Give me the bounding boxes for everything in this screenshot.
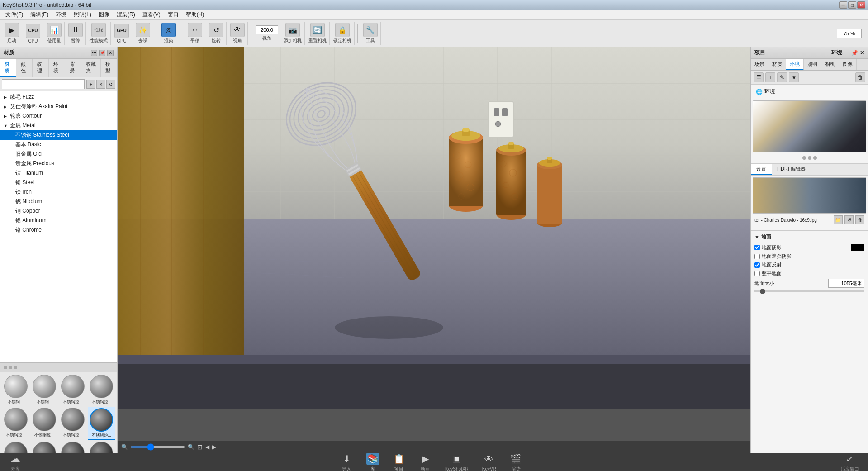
tab-material[interactable]: 材质 — [0, 59, 16, 77]
tab-image[interactable]: 图像 — [839, 59, 857, 70]
tools-button[interactable]: 🔧 — [363, 23, 378, 37]
settings-tab-hdri[interactable]: HDRI 编辑器 — [772, 164, 811, 175]
zoom-fit-icon[interactable]: ⊡ — [197, 443, 203, 451]
tree-item-fuzz[interactable]: ▶ 绒毛 Fuzz — [0, 92, 117, 102]
search-refresh-button[interactable]: ↺ — [106, 80, 115, 89]
mat-thumb-10[interactable]: 不锈钢圆... — [30, 441, 58, 453]
menu-file[interactable]: 文件(F) — [2, 10, 27, 19]
pause-button[interactable]: ⏸ — [68, 23, 83, 37]
tree-item-titanium[interactable]: 钛 Titanium — [0, 168, 117, 178]
env-browse-button[interactable]: 📁 — [834, 215, 843, 224]
close-button[interactable]: ✕ — [857, 1, 865, 9]
tab-background[interactable]: 背景 — [65, 59, 81, 77]
menu-edit[interactable]: 编辑(E) — [27, 10, 52, 19]
shadow-color-swatch[interactable] — [851, 244, 864, 251]
viewport[interactable]: 每秒帧数： 68.6 时间： 2m 4s 采样值： 544 三角形： 264,8… — [118, 47, 750, 453]
mat-thumb-12[interactable]: 不锈钢圆... — [88, 441, 115, 453]
zoom-nav-next[interactable]: ▶ — [212, 444, 216, 450]
right-panel-close-button[interactable]: ✕ — [860, 50, 864, 56]
tab-camera[interactable]: 相机 — [821, 59, 839, 70]
menu-env[interactable]: 环境 — [52, 10, 70, 19]
mat-thumb-3[interactable]: 不锈钢拉... — [59, 374, 87, 406]
tree-item-niobium[interactable]: 铌 Niobium — [0, 197, 117, 206]
tab-texture[interactable]: 纹理 — [33, 59, 49, 77]
tree-item-metal[interactable]: ▼ 金属 Metal — [0, 121, 117, 130]
ground-collapse-icon[interactable]: ▼ — [754, 234, 759, 240]
add-camera-button[interactable]: 📷 — [285, 23, 300, 37]
mat-thumb-8[interactable]: 不锈钢炮... — [88, 407, 115, 440]
menu-view[interactable]: 查看(V) — [139, 10, 164, 19]
env-delete-button[interactable]: 🗑 — [855, 72, 865, 82]
tree-item-stainless[interactable]: 不锈钢 Stainless Steel — [0, 130, 117, 140]
view-button[interactable]: 👁 — [230, 23, 245, 37]
tree-item-aluminum[interactable]: 铝 Aluminum — [0, 216, 117, 225]
menu-lighting[interactable]: 照明(L) — [70, 10, 95, 19]
tree-item-axalta[interactable]: ▶ 艾仕得涂料 Axalta Paint — [0, 102, 117, 111]
cpu-button[interactable]: CPU — [26, 24, 40, 38]
tab-scene[interactable]: 场景 — [751, 59, 768, 70]
env-list-view-button[interactable]: ☰ — [754, 72, 764, 82]
mat-thumb-2[interactable]: 不锈钢... — [30, 374, 58, 406]
project-button[interactable]: 📋 项目 — [393, 452, 405, 471]
ground-flat-checkbox[interactable] — [754, 271, 760, 276]
mat-thumb-9[interactable]: 不锈钢圆... — [2, 441, 29, 453]
tab-color[interactable]: 颜色 — [16, 59, 33, 77]
start-button[interactable]: ▶ — [5, 23, 19, 37]
maximize-button[interactable]: □ — [848, 1, 856, 9]
panel-close-button[interactable]: ✕ — [107, 50, 114, 56]
import-button[interactable]: ⬇ 导入 — [340, 452, 353, 471]
mat-thumb-11[interactable]: 不锈钢圆... — [59, 441, 87, 453]
gpu-button[interactable]: GPU — [114, 24, 129, 38]
menu-window[interactable]: 窗口 — [164, 10, 182, 19]
performance-button[interactable]: 性能 — [91, 23, 106, 37]
zoom-out-icon[interactable]: 🔍 — [121, 444, 128, 450]
reset-camera-button[interactable]: 🔄 — [310, 23, 325, 37]
panel-dots-button[interactable]: ••• — [91, 50, 97, 56]
tree-item-basic[interactable]: 基本 Basic — [0, 140, 117, 149]
zoom-in-icon[interactable]: 🔍 — [188, 444, 194, 450]
key-vr-button[interactable]: 👁 KeyVR — [482, 453, 496, 471]
env-delete-file-button[interactable]: 🗑 — [855, 215, 864, 224]
ground-size-input[interactable] — [828, 279, 864, 288]
denoise-button[interactable]: ✨ — [136, 23, 150, 37]
tree-item-copper[interactable]: 铜 Copper — [0, 206, 117, 216]
tree-item-old[interactable]: 旧金属 Old — [0, 149, 117, 159]
right-panel-pin-button[interactable]: 📌 — [851, 50, 858, 56]
menu-help[interactable]: 帮助(H) — [182, 10, 208, 19]
tree-item-iron[interactable]: 铁 Iron — [0, 187, 117, 197]
ground-size-slider[interactable] — [754, 290, 864, 292]
ground-shadow-checkbox[interactable] — [754, 245, 760, 250]
search-clear-button[interactable]: ✕ — [96, 80, 105, 89]
tab-model[interactable]: 模型 — [101, 59, 117, 77]
env-refresh-button[interactable]: ↺ — [844, 215, 854, 224]
rotate-button[interactable]: ↺ — [209, 23, 223, 37]
ground-occ-shadow-checkbox[interactable] — [754, 254, 760, 259]
env-bookmark-button[interactable]: ★ — [789, 72, 799, 82]
library-button[interactable]: 📚 库 — [366, 452, 379, 471]
minimize-button[interactable]: ─ — [839, 1, 847, 9]
panel-pin-button[interactable]: 📌 — [99, 50, 105, 56]
tree-item-contour[interactable]: ▶ 轮廓 Contour — [0, 111, 117, 121]
menu-render[interactable]: 渲染(R) — [113, 10, 139, 19]
render-button[interactable]: ◎ — [161, 23, 176, 37]
render-out-button[interactable]: 🎬 渲染 — [510, 452, 522, 471]
zoom-slider[interactable] — [131, 446, 185, 448]
zoom-input[interactable] — [837, 29, 862, 38]
search-input[interactable] — [2, 79, 85, 89]
tree-item-steel[interactable]: 钢 Steel — [0, 178, 117, 187]
focal-length-input[interactable] — [256, 25, 278, 34]
fit-window-button[interactable]: ⤢ 适应窗口 — [841, 452, 859, 471]
tree-item-chrome[interactable]: 铬 Chrome — [0, 225, 117, 235]
cloud-library-button[interactable]: ☁ 云库 — [9, 452, 22, 471]
tab-environment[interactable]: 环境 — [49, 59, 65, 77]
tab-material[interactable]: 材质 — [768, 59, 786, 70]
env-tree-item-environment[interactable]: 🌐 环境 — [753, 86, 866, 97]
mat-thumb-6[interactable]: 不锈钢拉... — [30, 407, 58, 440]
lock-camera-button[interactable]: 🔒 — [335, 23, 350, 37]
mat-thumb-5[interactable]: 不锈钢拉... — [2, 407, 29, 440]
tab-environment[interactable]: 环境 — [786, 59, 804, 70]
tree-item-precious[interactable]: 贵金属 Precious — [0, 159, 117, 168]
hdri-preview[interactable] — [753, 100, 866, 152]
search-add-button[interactable]: + — [86, 80, 95, 89]
zoom-nav-prev[interactable]: ◀ — [205, 444, 209, 450]
